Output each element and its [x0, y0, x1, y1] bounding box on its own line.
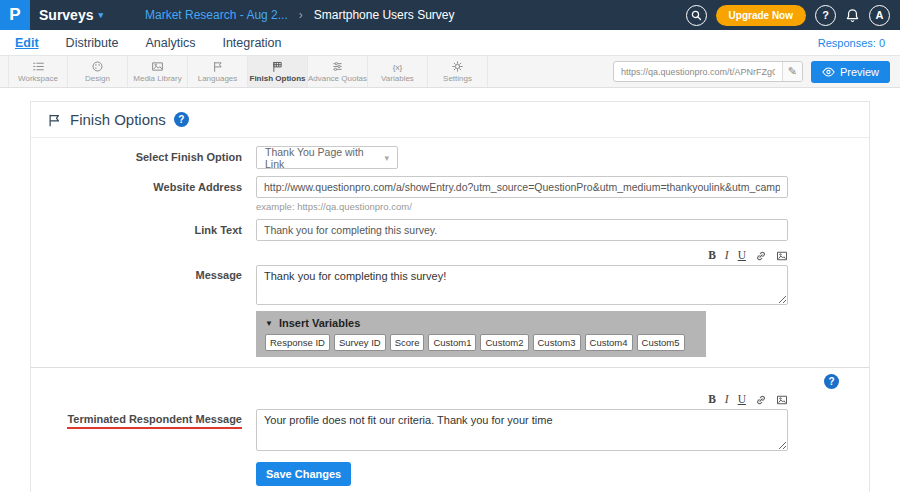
toolbar-item-label: Design: [85, 74, 110, 83]
italic-button[interactable]: I: [725, 394, 729, 406]
bold-button[interactable]: B: [708, 250, 716, 262]
variables-icon: {x}: [391, 60, 404, 73]
terminated-message-textarea[interactable]: Your profile does not fit our criteria. …: [256, 409, 788, 451]
image-icon[interactable]: [776, 250, 788, 262]
finish-option-select[interactable]: Thank You Page with Link ▾: [256, 146, 398, 169]
terminated-help-icon[interactable]: ?: [824, 374, 839, 389]
tab-integration[interactable]: Integration: [222, 36, 281, 50]
insert-variables-title: Insert Variables: [279, 317, 360, 329]
toolbar-item-label: Media Library: [133, 74, 181, 83]
tab-distribute[interactable]: Distribute: [66, 36, 119, 50]
toolbar-item-variables[interactable]: {x} Variables: [368, 56, 428, 87]
finish-options-form: Select Finish Option Thank You Page with…: [31, 138, 869, 492]
variable-button-custom5[interactable]: Custom5: [637, 334, 685, 351]
chevron-down-icon: ▾: [98, 10, 103, 20]
finish-flag-icon: [47, 113, 62, 127]
search-button[interactable]: [686, 5, 707, 26]
select-finish-option-label: Select Finish Option: [31, 146, 256, 163]
caret-down-icon: ▼: [265, 319, 273, 328]
insert-variables-toggle[interactable]: ▼ Insert Variables: [265, 317, 697, 329]
toolbar-item-label: Workspace: [18, 74, 58, 83]
finish-options-help-icon[interactable]: ?: [174, 112, 189, 127]
toolbar-item-settings[interactable]: Settings: [428, 56, 488, 87]
edit-url-pencil-icon[interactable]: ✎: [782, 62, 802, 81]
bold-button[interactable]: B: [708, 394, 716, 406]
select-finish-option-row: Select Finish Option Thank You Page with…: [31, 146, 869, 169]
variable-button-custom3[interactable]: Custom3: [533, 334, 581, 351]
message-editor-toolbar: B I U: [256, 248, 788, 263]
variable-button-custom1[interactable]: Custom1: [428, 334, 476, 351]
message-textarea[interactable]: Thank you for completing this survey!: [256, 265, 788, 305]
tab-analytics[interactable]: Analytics: [145, 36, 195, 50]
toolbar-item-label: Variables: [381, 74, 414, 83]
insert-variables-buttons: Response ID Survey ID Score Custom1 Cust…: [265, 334, 697, 351]
breadcrumb-separator: ›: [299, 8, 303, 22]
terminated-message-label: Terminated Respondent Message: [67, 413, 242, 429]
toolbar-item-label: Advance Quotas: [308, 74, 367, 83]
underline-button[interactable]: U: [738, 250, 746, 262]
variable-button-response-id[interactable]: Response ID: [265, 334, 330, 351]
finish-option-selected-value: Thank You Page with Link: [265, 146, 384, 170]
upgrade-now-button[interactable]: Upgrade Now: [716, 5, 806, 26]
advance-quotas-icon: [331, 60, 344, 73]
svg-text:{x}: {x}: [393, 63, 403, 72]
variable-button-custom4[interactable]: Custom4: [585, 334, 633, 351]
toolbar-item-media-library[interactable]: Media Library: [128, 56, 188, 87]
survey-url-box: ✎: [613, 61, 803, 82]
insert-variables-panel: ▼ Insert Variables Response ID Survey ID…: [256, 311, 706, 357]
message-label: Message: [31, 248, 256, 281]
chevron-down-icon: ▾: [384, 153, 389, 163]
finish-options-card: Finish Options ? Select Finish Option Th…: [30, 101, 870, 492]
questionpro-logo[interactable]: P: [0, 0, 30, 30]
link-text-label: Link Text: [31, 219, 256, 236]
image-icon[interactable]: [776, 394, 788, 406]
terminated-section-help: ?: [31, 374, 869, 389]
languages-icon: [211, 60, 224, 73]
website-address-input[interactable]: [256, 176, 788, 198]
terminated-editor-toolbar: B I U: [256, 392, 788, 407]
surveys-product-menu[interactable]: Surveys ▾: [39, 7, 103, 23]
edit-toolbar: Workspace Design Media Library Languages: [0, 56, 900, 88]
eye-icon: [822, 67, 835, 77]
breadcrumb-survey-name: Smartphone Users Survey: [314, 8, 455, 22]
variable-button-survey-id[interactable]: Survey ID: [334, 334, 386, 351]
notifications-bell-icon[interactable]: [845, 8, 860, 23]
media-library-icon: [151, 60, 164, 73]
finish-options-icon: [271, 60, 284, 73]
toolbar-item-finish-options[interactable]: Finish Options: [248, 56, 308, 87]
help-button[interactable]: ?: [815, 5, 836, 26]
save-changes-button[interactable]: Save Changes: [256, 462, 351, 486]
toolbar-item-label: Finish Options: [250, 74, 306, 83]
toolbar-item-advance-quotas[interactable]: Advance Quotas: [308, 56, 368, 87]
save-row: Save Changes: [31, 462, 869, 492]
product-label: Surveys: [39, 7, 93, 23]
top-bar: P Surveys ▾ Market Research - Aug 2... ›…: [0, 0, 900, 30]
underline-button[interactable]: U: [738, 394, 746, 406]
tab-edit[interactable]: Edit: [15, 36, 39, 50]
toolbar-right: ✎ Preview: [613, 56, 900, 87]
toolbar-item-workspace[interactable]: Workspace: [8, 56, 68, 87]
website-address-label: Website Address: [31, 176, 256, 193]
variable-button-score[interactable]: Score: [390, 334, 425, 351]
website-address-row: Website Address example: https://qa.ques…: [31, 176, 869, 212]
search-icon: [691, 10, 702, 21]
workspace-icon: [32, 60, 45, 73]
preview-label: Preview: [840, 66, 879, 78]
link-icon[interactable]: [755, 250, 767, 262]
toolbar-item-design[interactable]: Design: [68, 56, 128, 87]
tab-bar: Edit Distribute Analytics Integration Re…: [0, 30, 900, 56]
breadcrumb-project-link[interactable]: Market Research - Aug 2...: [145, 8, 288, 22]
link-text-input[interactable]: [256, 219, 788, 241]
link-icon[interactable]: [755, 394, 767, 406]
settings-gear-icon: [451, 60, 464, 73]
terminated-message-row: Terminated Respondent Message B I U: [31, 392, 869, 455]
page-title: Finish Options: [70, 111, 166, 128]
preview-button[interactable]: Preview: [811, 61, 890, 83]
variable-button-custom2[interactable]: Custom2: [480, 334, 528, 351]
toolbar-item-languages[interactable]: Languages: [188, 56, 248, 87]
avatar[interactable]: A: [869, 5, 890, 26]
survey-url-input[interactable]: [614, 62, 782, 81]
topbar-actions: Upgrade Now ? A: [686, 5, 900, 26]
italic-button[interactable]: I: [725, 250, 729, 262]
breadcrumb: Market Research - Aug 2... › Smartphone …: [145, 8, 454, 22]
